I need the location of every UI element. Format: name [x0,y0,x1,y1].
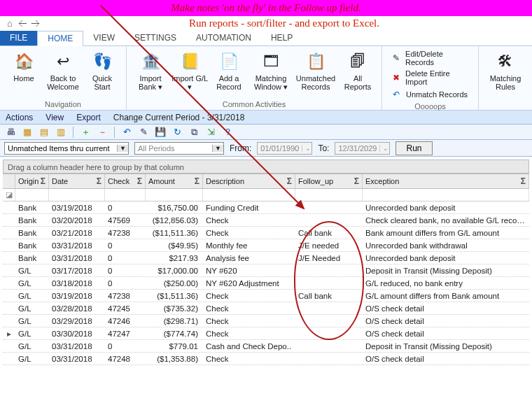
ribbon-group-oops: ✎ Edit/Delete Records ✖ Delete Entire Im… [382,46,479,110]
ribbon: 🏠 Home ↩︎ Back to Welcome 👣 Quick Start … [0,46,532,111]
back-welcome-button[interactable]: ↩︎ Back to Welcome [43,49,83,99]
ribbon-group-oops-label: Ooooops [386,101,474,111]
chevron-down-icon[interactable]: ▼ [212,145,223,152]
cell-amount: ($735.32) [146,304,203,313]
table-row[interactable]: G/L03/19/201847238($1,511.36)CheckCall b… [3,290,529,302]
tab-help[interactable]: HELP [261,31,302,45]
refresh-icon[interactable]: ↻ [171,126,183,139]
chevron-down-icon[interactable]: ⌄ [379,145,389,152]
add-icon[interactable]: ＋ [79,126,92,139]
table-row[interactable]: Bank03/19/20180$16,750.00Funding CreditU… [3,202,529,214]
table-row[interactable]: G/L03/28/201847245($735.32)CheckO/S chec… [3,302,529,315]
table-row[interactable]: Bank03/20/201847569($12,856.03)CheckChec… [3,214,529,227]
filter-icon[interactable]: ◪ [3,189,15,201]
to-label: To: [318,143,329,153]
import-bank-label: Import Bank ▾ [132,74,169,91]
grid2-icon[interactable]: ▤ [38,126,50,139]
change-period-link[interactable]: Change Current Period - 3/31/2018 [113,113,244,122]
actions-menu[interactable]: Actions [6,113,33,122]
scope-combo[interactable]: ▼ [4,142,129,155]
copy-icon[interactable]: ⧉ [188,126,200,139]
group-by-bar[interactable]: Drag a column header here to group by th… [3,160,529,174]
chevron-down-icon[interactable]: ⌄ [302,145,312,152]
tab-settings[interactable]: SETTINGS [125,31,186,45]
col-origin[interactable]: OriginΣ [15,174,49,188]
col-description[interactable]: DescriptionΣ [203,174,295,188]
help-icon[interactable]: ？ [221,126,234,139]
print-icon[interactable]: 🖶 [4,126,17,139]
table-row[interactable]: G/L03/17/20180$17,000.00NY #620Deposit i… [3,264,529,277]
cell-check: 0 [105,254,146,262]
home-icon[interactable]: ⌂ [4,18,15,29]
chevron-down-icon[interactable]: ▼ [117,145,128,152]
cell-followup[interactable]: J/E needed [295,241,363,250]
cell-followup[interactable]: Call bank [295,292,363,300]
periods-input[interactable] [135,143,212,154]
grid-filter-row[interactable]: ◪ [3,189,529,202]
matching-rules-button[interactable]: 🛠 Matching Rules [483,49,528,107]
table-row[interactable]: G/L03/18/20180($250.00)NY #620 Adjustmen… [3,277,529,290]
forward-icon[interactable]: 🡢 [29,18,41,29]
tab-automation[interactable]: AUTOMATION [186,31,261,45]
all-reports-button[interactable]: 🗐 All Reports [338,49,377,99]
tab-file[interactable]: FILE [0,31,37,45]
undo-icon[interactable]: ↶ [120,126,133,139]
col-exception[interactable]: ExceptionΣ [363,174,529,188]
quick-start-button[interactable]: 👣 Quick Start [83,49,122,99]
edit-delete-records-button[interactable]: ✎ Edit/Delete Records [389,49,471,67]
add-record-button[interactable]: 📄 Add a Record [209,49,248,99]
import-gl-button[interactable]: 📒 Import G/L ▾ [170,49,209,99]
cell-followup[interactable]: J/E Needed [295,254,363,262]
cell-date: 03/31/2018 [49,254,105,262]
table-row[interactable]: Bank03/31/20180($49.95)Monthly feeJ/E ne… [3,239,529,252]
from-date[interactable]: 01/01/1990 ⌄ [257,142,312,155]
export-menu[interactable]: Export [76,113,101,122]
import-bank-button[interactable]: 🏦 Import Bank ▾ [131,49,170,99]
delete-import-button[interactable]: ✖ Delete Entire Import [389,69,471,87]
table-row[interactable]: Bank03/31/20180$217.93Analysis feeJ/E Ne… [3,252,529,264]
ribbon-group-rules-label [483,107,528,108]
edit-icon[interactable]: ✎ [137,126,150,139]
cell-description: Cash and Check Depo.. [203,342,295,351]
col-followup[interactable]: Follow_upΣ [295,174,363,188]
grid3-icon[interactable]: ▥ [55,126,67,139]
unmatched-records-button[interactable]: 📋 Unmatched Records [293,49,338,99]
back-icon[interactable]: 🡠 [17,18,28,29]
unmatch-records-label: Unmatch Records [406,90,468,99]
scope-input[interactable] [5,143,117,154]
tab-home[interactable]: HOME [37,31,83,46]
grid1-icon[interactable]: ▦ [21,126,34,139]
matching-window-button[interactable]: 🗔 Matching Window ▾ [248,49,293,99]
table-row[interactable]: G/L03/29/201847246($298.71)CheckO/S chec… [3,315,529,327]
table-row[interactable]: Bank03/21/201847238($11,511.36)CheckCall… [3,227,529,239]
cell-description: Check [203,292,295,300]
save-icon[interactable]: 💾 [154,126,167,139]
col-amount[interactable]: AmountΣ [146,174,203,188]
cell-followup[interactable]: Call bank [295,229,363,237]
remove-icon[interactable]: － [96,126,108,139]
table-row[interactable]: G/L03/31/201847248($1,353.88)CheckO/S ch… [3,353,529,365]
from-value: 01/01/1990 [258,144,302,153]
periods-combo[interactable]: ▼ [134,142,224,155]
table-row[interactable]: ▸G/L03/30/201847247($774.74)CheckO/S che… [3,327,529,340]
cell-date: 03/31/2018 [49,342,105,351]
col-check[interactable]: CheckΣ [105,174,146,188]
table-row[interactable]: G/L03/31/20180$779.01Cash and Check Depo… [3,340,529,353]
export-excel-icon[interactable]: ⇲ [204,126,217,139]
home-button[interactable]: 🏠 Home [4,49,43,99]
cell-exception: G/L reduced, no bank entry [363,279,529,288]
unmatch-records-button[interactable]: ↶ Unmatch Records [389,88,471,101]
edit-icon: ✎ [391,52,401,64]
cell-date: 03/20/2018 [49,216,105,225]
ribbon-group-navigation: 🏠 Home ↩︎ Back to Welcome 👣 Quick Start … [0,46,127,110]
col-date[interactable]: DateΣ [49,174,105,188]
history-nav: ⌂ 🡠 🡢 [4,18,41,29]
cell-amount: ($1,353.88) [146,355,203,363]
view-menu[interactable]: View [46,113,64,122]
cell-amount: ($12,856.03) [146,216,203,225]
cell-origin: Bank [15,204,49,212]
run-button[interactable]: Run [396,141,432,155]
cell-check: 47238 [105,292,146,300]
tab-view[interactable]: VIEW [83,31,125,45]
to-date[interactable]: 12/31/2029 ⌄ [335,142,390,155]
